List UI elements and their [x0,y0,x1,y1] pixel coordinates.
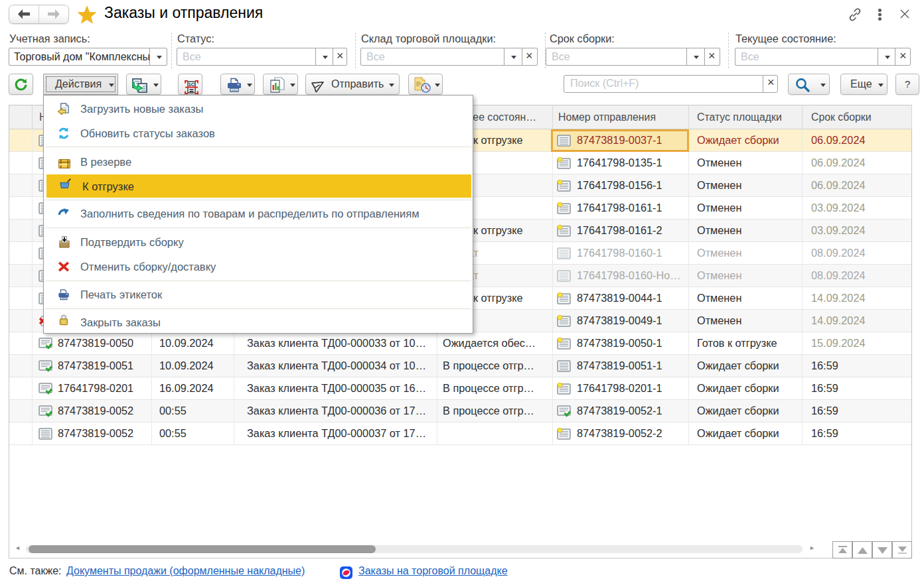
svg-text:1С: 1С [189,82,195,88]
